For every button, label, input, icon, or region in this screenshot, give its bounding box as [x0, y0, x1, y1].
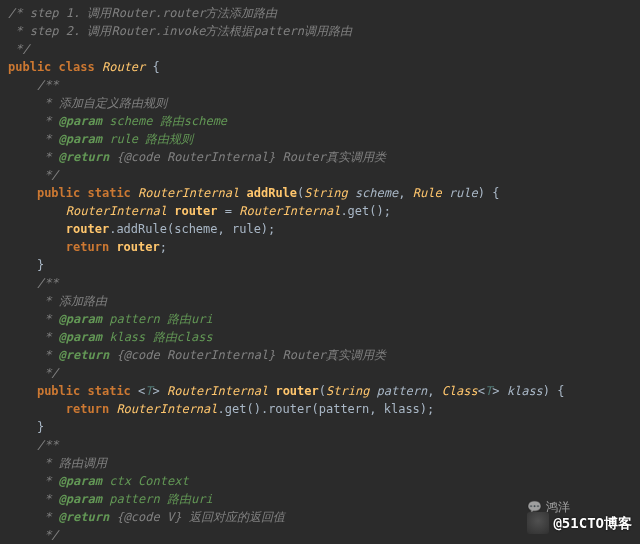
kw-public: public — [8, 60, 51, 74]
comment-step2: * step 2. 调用Router.invoke方法根据pattern调用路由 — [8, 24, 352, 38]
method-addRule: addRule — [246, 186, 297, 200]
comment-end: */ — [8, 42, 30, 56]
avatar-icon — [527, 512, 549, 534]
code-block: /* step 1. 调用Router.router方法添加路由 * step … — [0, 0, 640, 544]
method-router: router — [275, 384, 318, 398]
kw-class: class — [59, 60, 95, 74]
watermark: @51CTO博客 — [527, 512, 632, 534]
class-name: Router — [102, 60, 145, 74]
comment-step1: /* step 1. 调用Router.router方法添加路由 — [8, 6, 277, 20]
